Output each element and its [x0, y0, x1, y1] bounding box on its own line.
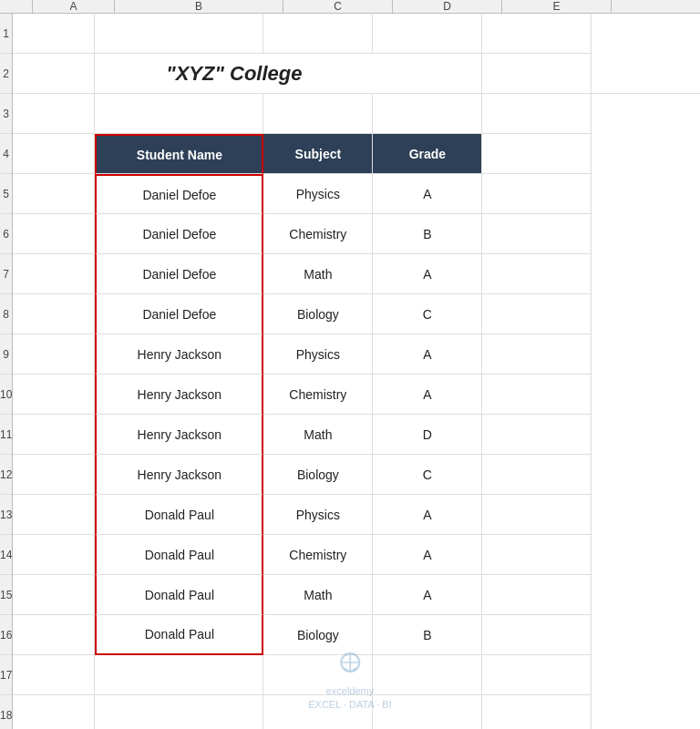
cell-12d[interactable]: C	[373, 455, 482, 495]
cell-6b[interactable]: Daniel Defoe	[95, 214, 263, 254]
cell-2b-title[interactable]: "XYZ" College	[95, 54, 373, 94]
cell-3e[interactable]	[482, 94, 592, 134]
col-header-b: B	[115, 0, 283, 13]
cell-13b[interactable]: Donald Paul	[95, 495, 263, 535]
cell-15e[interactable]	[482, 575, 592, 615]
row-num-15: 15	[0, 575, 12, 615]
cell-11e[interactable]	[482, 415, 592, 455]
cell-17e[interactable]	[482, 655, 592, 695]
cell-4c-header: Subject	[263, 134, 373, 174]
cell-8a[interactable]	[13, 294, 95, 334]
cell-12a[interactable]	[13, 455, 95, 495]
cell-7b[interactable]: Daniel Defoe	[95, 254, 263, 294]
cell-10e[interactable]	[482, 375, 592, 415]
corner-cell	[0, 0, 33, 13]
cell-15b[interactable]: Donald Paul	[95, 575, 263, 615]
cell-2d[interactable]	[482, 54, 592, 94]
cell-13e[interactable]	[482, 495, 592, 535]
cell-9b[interactable]: Henry Jackson	[95, 334, 263, 375]
cell-11b[interactable]: Henry Jackson	[95, 415, 263, 455]
cell-1b[interactable]	[95, 14, 263, 54]
row-num-11: 11	[0, 415, 12, 455]
cell-9c[interactable]: Physics	[263, 334, 373, 375]
cell-4e[interactable]	[482, 134, 592, 174]
cell-18a[interactable]	[13, 695, 95, 729]
cell-15a[interactable]	[13, 575, 95, 615]
cell-8e[interactable]	[482, 294, 592, 334]
cell-5c[interactable]: Physics	[263, 174, 373, 214]
watermark-text-line2: EXCEL · DATA · BI	[308, 698, 392, 711]
cell-10d[interactable]: A	[373, 375, 482, 415]
row-num-9: 9	[0, 334, 12, 375]
cell-7e[interactable]	[482, 254, 592, 294]
cell-13c[interactable]: Physics	[263, 495, 373, 535]
cell-18b[interactable]	[95, 695, 263, 729]
cell-16e[interactable]	[482, 615, 592, 655]
cell-13d[interactable]: A	[373, 495, 482, 535]
cell-12b[interactable]: Henry Jackson	[95, 455, 263, 495]
grid-row-1	[13, 14, 700, 54]
watermark: exceldemy EXCEL · DATA · BI	[308, 648, 392, 711]
col-header-c: C	[283, 0, 393, 13]
cell-14d[interactable]: A	[373, 535, 482, 575]
cell-9e[interactable]	[482, 334, 592, 375]
cell-8b[interactable]: Daniel Defoe	[95, 294, 263, 334]
cell-4a[interactable]	[13, 134, 95, 174]
cell-2e[interactable]	[592, 54, 700, 94]
cell-2c[interactable]	[373, 54, 482, 94]
cell-11c[interactable]: Math	[263, 415, 373, 455]
cell-8c[interactable]: Biology	[263, 294, 373, 334]
cell-7a[interactable]	[13, 254, 95, 294]
cell-15d[interactable]: A	[373, 575, 482, 615]
cell-14b[interactable]: Donald Paul	[95, 535, 263, 575]
cell-15c[interactable]: Math	[263, 575, 373, 615]
cell-17a[interactable]	[13, 655, 95, 695]
cell-3b[interactable]	[95, 94, 263, 134]
row-num-18: 18	[0, 695, 12, 729]
cell-6c[interactable]: Chemistry	[263, 214, 373, 254]
cell-7d[interactable]: A	[373, 254, 482, 294]
cell-2a[interactable]	[13, 54, 95, 94]
grid-row-4: Student Name Subject Grade	[13, 134, 700, 174]
cell-6e[interactable]	[482, 214, 592, 254]
cell-6a[interactable]	[13, 214, 95, 254]
row-num-8: 8	[0, 294, 12, 334]
cell-11d[interactable]: D	[373, 415, 482, 455]
cell-5b[interactable]: Daniel Defoe	[95, 174, 263, 214]
cell-9a[interactable]	[13, 334, 95, 375]
cell-1c[interactable]	[263, 14, 373, 54]
cell-9d[interactable]: A	[373, 334, 482, 375]
cell-5e[interactable]	[482, 174, 592, 214]
cell-10a[interactable]	[13, 375, 95, 415]
cell-3a[interactable]	[13, 94, 95, 134]
cell-1a[interactable]	[13, 14, 95, 54]
cell-6d[interactable]: B	[373, 214, 482, 254]
row-num-3: 3	[0, 94, 12, 134]
cell-14c[interactable]: Chemistry	[263, 535, 373, 575]
column-headers: A B C D E	[0, 0, 700, 14]
cell-10c[interactable]: Chemistry	[263, 375, 373, 415]
cell-16b[interactable]: Donald Paul	[95, 615, 263, 655]
grid-row-11: Henry Jackson Math D	[13, 415, 700, 455]
cell-5d[interactable]: A	[373, 174, 482, 214]
cell-14a[interactable]	[13, 535, 95, 575]
row-numbers: 1 2 3 4 5 6 7 8 9 10 11 12 13 14 15 16 1…	[0, 14, 13, 729]
spreadsheet-body: 1 2 3 4 5 6 7 8 9 10 11 12 13 14 15 16 1…	[0, 14, 700, 729]
cell-12e[interactable]	[482, 455, 592, 495]
cell-17b[interactable]	[95, 655, 263, 695]
cell-10b[interactable]: Henry Jackson	[95, 375, 263, 415]
cell-1d[interactable]	[373, 14, 482, 54]
cell-3d[interactable]	[373, 94, 482, 134]
cell-18e[interactable]	[482, 695, 592, 729]
cell-3c[interactable]	[263, 94, 373, 134]
cell-7c[interactable]: Math	[263, 254, 373, 294]
cell-16a[interactable]	[13, 615, 95, 655]
cell-12c[interactable]: Biology	[263, 455, 373, 495]
cell-13a[interactable]	[13, 495, 95, 535]
cell-14e[interactable]	[482, 535, 592, 575]
grid-row-3	[13, 94, 700, 134]
cell-11a[interactable]	[13, 415, 95, 455]
cell-5a[interactable]	[13, 174, 95, 214]
cell-8d[interactable]: C	[373, 294, 482, 334]
cell-1e[interactable]	[482, 14, 592, 54]
